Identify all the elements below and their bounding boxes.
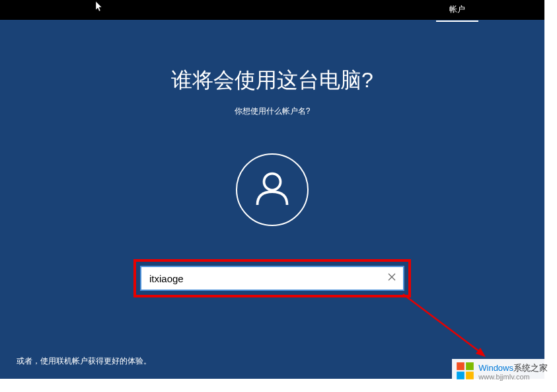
username-input-wrapper [140, 266, 404, 291]
page-subtitle: 你想使用什么帐户名? [0, 106, 544, 117]
footer-hint[interactable]: 或者，使用联机帐户获得更好的体验。 [17, 356, 151, 367]
tab-account[interactable]: 帐户 [436, 0, 478, 22]
svg-rect-7 [457, 372, 464, 379]
svg-rect-5 [457, 362, 464, 370]
content-area: 谁将会使用这台电脑? 你想使用什么帐户名? [0, 20, 544, 297]
tab-area: 帐户 [436, 0, 478, 20]
top-bar: 帐户 [0, 0, 544, 20]
close-icon [387, 272, 396, 284]
user-icon [252, 169, 292, 211]
svg-point-0 [264, 174, 281, 190]
svg-marker-4 [476, 348, 486, 357]
svg-rect-6 [466, 362, 474, 370]
watermark: Windows系统之家 www.bjjmlv.com [452, 359, 552, 385]
svg-rect-8 [466, 372, 474, 379]
windows-logo-icon [456, 362, 474, 383]
watermark-url: www.bjjmlv.com [478, 373, 548, 381]
setup-screen: 帐户 谁将会使用这台电脑? 你想使用什么帐户名? [0, 0, 544, 379]
svg-line-3 [403, 294, 482, 354]
avatar-placeholder [236, 153, 309, 226]
watermark-text: Windows系统之家 www.bjjmlv.com [478, 364, 548, 381]
page-title: 谁将会使用这台电脑? [0, 66, 544, 95]
input-highlight-box [133, 259, 411, 297]
cursor-icon [96, 1, 104, 14]
watermark-title: Windows系统之家 [478, 364, 548, 373]
clear-input-button[interactable] [381, 267, 403, 290]
username-input[interactable] [141, 267, 381, 290]
